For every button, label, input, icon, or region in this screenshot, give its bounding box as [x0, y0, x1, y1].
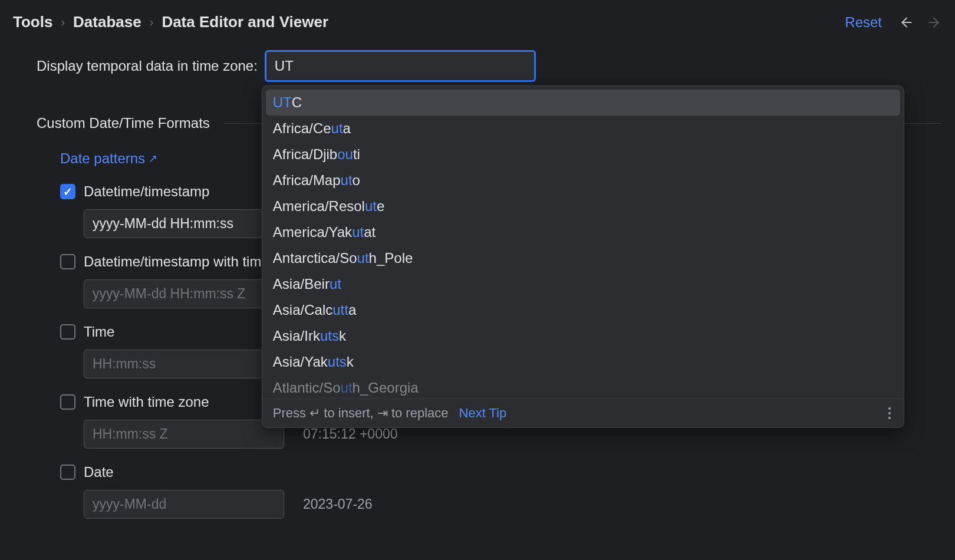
- dropdown-item[interactable]: Africa/Ceuta: [266, 116, 900, 141]
- breadcrumb-tools[interactable]: Tools: [13, 13, 52, 31]
- date-label[interactable]: Date: [84, 464, 114, 480]
- date-patterns-link[interactable]: Date patterns ↗: [60, 150, 157, 167]
- timezone-label: Display temporal data in time zone:: [37, 58, 258, 74]
- section-title: Custom Date/Time Formats: [37, 115, 210, 131]
- back-arrow-icon[interactable]: [898, 14, 915, 31]
- dropdown-item[interactable]: Africa/Maputo: [266, 167, 900, 193]
- dropdown-item[interactable]: Atlantic/South_Georgia: [266, 375, 900, 398]
- datetime-input[interactable]: [84, 209, 284, 238]
- time-tz-checkbox[interactable]: [60, 394, 75, 410]
- dropdown-item[interactable]: Asia/Yakutsk: [266, 349, 900, 375]
- breadcrumb: Tools › Database › Data Editor and Viewe…: [13, 13, 328, 31]
- datetime-tz-checkbox[interactable]: [60, 254, 75, 269]
- reset-button[interactable]: Reset: [845, 14, 882, 31]
- time-input[interactable]: [84, 350, 284, 378]
- time-tz-label[interactable]: Time with time zone: [84, 394, 209, 410]
- date-input[interactable]: [84, 490, 284, 519]
- datetime-tz-input[interactable]: [84, 279, 284, 308]
- time-tz-preview: 07:15:12 +0000: [303, 426, 398, 442]
- breadcrumb-data-editor[interactable]: Data Editor and Viewer: [162, 13, 328, 31]
- time-label[interactable]: Time: [84, 324, 114, 340]
- dropdown-item[interactable]: Antarctica/South_Pole: [266, 245, 900, 271]
- dropdown-item[interactable]: Asia/Irkutsk: [266, 323, 900, 349]
- dropdown-item[interactable]: Africa/Djibouti: [266, 141, 900, 167]
- timezone-dropdown: UTCAfrica/CeutaAfrica/DjiboutiAfrica/Map…: [262, 85, 904, 428]
- time-checkbox[interactable]: [60, 324, 75, 340]
- dropdown-item[interactable]: Asia/Beirut: [266, 271, 900, 297]
- date-checkbox[interactable]: [60, 465, 75, 480]
- timezone-input[interactable]: [265, 50, 536, 82]
- more-icon[interactable]: [886, 405, 893, 421]
- external-link-icon: ↗: [149, 152, 157, 165]
- dropdown-item[interactable]: UTC: [266, 90, 900, 116]
- date-preview: 2023-07-26: [303, 496, 373, 512]
- breadcrumb-database[interactable]: Database: [73, 13, 141, 31]
- chevron-right-icon: ›: [150, 15, 154, 29]
- dropdown-item[interactable]: America/Yakutat: [266, 219, 900, 245]
- datetime-checkbox[interactable]: [60, 184, 75, 199]
- datetime-label[interactable]: Datetime/timestamp: [84, 183, 209, 200]
- next-tip-link[interactable]: Next Tip: [459, 406, 507, 421]
- dropdown-item[interactable]: Asia/Calcutta: [266, 297, 900, 323]
- forward-arrow-icon: [926, 14, 942, 31]
- chevron-right-icon: ›: [61, 15, 65, 29]
- time-tz-input[interactable]: [84, 420, 284, 449]
- dropdown-hint: Press ↵ to insert, ⇥ to replace: [273, 406, 449, 421]
- dropdown-item[interactable]: America/Resolute: [266, 193, 900, 219]
